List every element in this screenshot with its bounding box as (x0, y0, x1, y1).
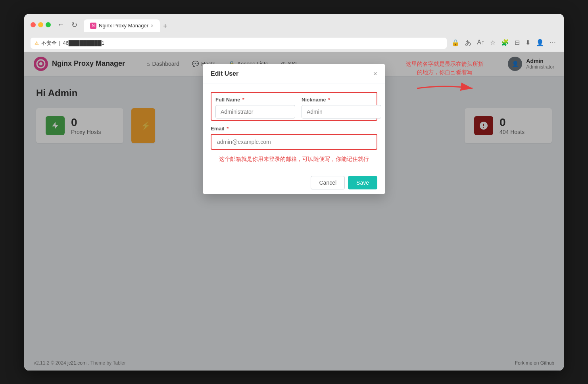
security-warning-icon: ⚠ (35, 40, 39, 46)
active-tab[interactable]: N Nginx Proxy Manager × (84, 19, 160, 32)
close-traffic-light[interactable] (31, 22, 36, 27)
modal-overlay: Edit User × Full Name * (24, 52, 564, 371)
arrow-annotation: 这里的名字就是显示在箭头所指的地方，你自己看着写 (405, 60, 484, 100)
email-group: Email * (211, 126, 377, 151)
email-field-highlight (211, 134, 377, 150)
extension-icon[interactable]: 🧩 (500, 38, 511, 48)
modal-title: Edit User (211, 70, 238, 77)
maximize-traffic-light[interactable] (46, 22, 51, 27)
traffic-lights (31, 22, 51, 27)
full-name-label: Full Name * (215, 97, 295, 103)
translate-icon[interactable]: あ (463, 38, 473, 48)
name-fields-row: Full Name * Nickname * (215, 97, 373, 118)
modal-footer: Cancel Save (203, 171, 385, 194)
email-annotation: 这个邮箱就是你用来登录的邮箱，可以随便写，你能记住就行 (211, 155, 377, 163)
tab-title: Nginx Proxy Manager (99, 23, 148, 29)
tab-favicon: N (90, 23, 96, 29)
edit-user-modal: Edit User × Full Name * (203, 64, 385, 194)
url-text: 46█████████1 (63, 40, 104, 46)
minimize-traffic-light[interactable] (38, 22, 43, 27)
browser-titlebar: ← ↻ N Nginx Proxy Manager × + (31, 18, 557, 32)
email-input[interactable] (212, 136, 376, 148)
email-label: Email * (211, 126, 377, 132)
address-bar-row: ⚠ 不安全 | 46█████████1 🔒 あ A↑ ☆ 🧩 ⊟ ⬇ 👤 ⋯ (24, 35, 564, 52)
split-view-icon[interactable]: ⊟ (513, 38, 521, 48)
arrow-text: 这里的名字就是显示在箭头所指的地方，你自己看着写 (405, 60, 484, 76)
email-required: * (227, 126, 229, 132)
address-bar[interactable]: ⚠ 不安全 | 46█████████1 (31, 38, 447, 49)
download-icon[interactable]: ⬇ (524, 38, 532, 48)
cancel-button[interactable]: Cancel (311, 176, 345, 189)
modal-body: Full Name * Nickname * (203, 84, 385, 171)
browser-chrome: ← ↻ N Nginx Proxy Manager × + (24, 14, 564, 35)
name-fields-highlight: Full Name * Nickname * (211, 92, 377, 121)
settings-icon[interactable]: ⋯ (548, 38, 557, 48)
browser-content: Nginx Proxy Manager ⌂ Dashboard 💬 Hosts … (24, 52, 564, 371)
nickname-required: * (328, 97, 330, 103)
modal-close-button[interactable]: × (373, 70, 377, 77)
back-button[interactable]: ← (56, 20, 66, 30)
new-tab-button[interactable]: + (160, 21, 171, 32)
modal-header: Edit User × (203, 64, 385, 84)
browser-actions: 🔒 あ A↑ ☆ 🧩 ⊟ ⬇ 👤 ⋯ (450, 38, 557, 48)
bookmark-icon[interactable]: ☆ (488, 38, 497, 48)
lock-icon[interactable]: 🔒 (450, 38, 461, 48)
nickname-input[interactable] (302, 105, 381, 118)
full-name-input[interactable] (215, 105, 295, 118)
save-button[interactable]: Save (348, 176, 377, 189)
url-warning-text: 不安全 (41, 40, 57, 47)
url-separator: | (59, 40, 60, 46)
profile-icon[interactable]: 👤 (534, 38, 546, 48)
reader-icon[interactable]: A↑ (475, 38, 486, 48)
nickname-label: Nickname * (302, 97, 381, 103)
nickname-group: Nickname * (302, 97, 381, 118)
full-name-required: * (242, 97, 244, 103)
browser-window: ← ↻ N Nginx Proxy Manager × + ⚠ 不安全 | 46… (24, 14, 564, 371)
red-arrow-svg (413, 76, 477, 100)
browser-nav: ← ↻ (56, 20, 79, 30)
tab-bar: N Nginx Proxy Manager × + (84, 19, 171, 32)
tab-close-button[interactable]: × (151, 23, 154, 29)
full-name-group: Full Name * (215, 97, 295, 118)
reload-button[interactable]: ↻ (70, 20, 79, 30)
